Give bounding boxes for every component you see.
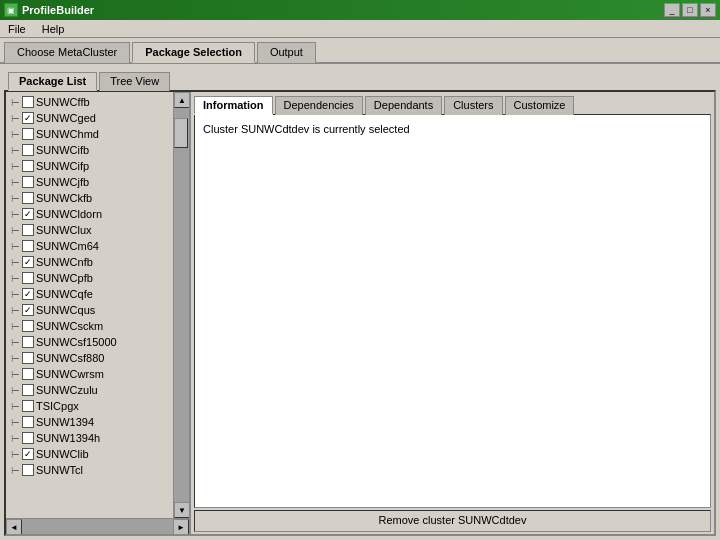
package-label: SUNWCzulu: [36, 384, 98, 396]
scroll-right-button[interactable]: ►: [173, 519, 189, 535]
list-item[interactable]: ⊢✓SUNWClib: [6, 446, 173, 462]
package-checkbox[interactable]: [22, 176, 34, 188]
info-text: Cluster SUNWCdtdev is currently selected: [203, 123, 410, 135]
package-checkbox[interactable]: [22, 128, 34, 140]
tab-package-selection[interactable]: Package Selection: [132, 42, 255, 63]
package-checkbox[interactable]: [22, 224, 34, 236]
scroll-left-button[interactable]: ◄: [6, 519, 22, 535]
tab-dependants[interactable]: Dependants: [365, 96, 442, 115]
list-item[interactable]: ⊢SUNW1394: [6, 414, 173, 430]
list-item[interactable]: ⊢SUNWCjfb: [6, 174, 173, 190]
tab-information[interactable]: Information: [194, 96, 273, 115]
title-bar-left: ▣ ProfileBuilder: [4, 3, 94, 17]
list-item[interactable]: ⊢✓SUNWCnfb: [6, 254, 173, 270]
package-checkbox[interactable]: [22, 464, 34, 476]
package-label: SUNW1394: [36, 416, 94, 428]
tab-output[interactable]: Output: [257, 42, 316, 63]
package-checkbox[interactable]: ✓: [22, 448, 34, 460]
package-checkbox[interactable]: [22, 432, 34, 444]
tab-package-list[interactable]: Package List: [8, 72, 97, 91]
menu-file[interactable]: File: [4, 23, 30, 35]
split-pane: ⊢SUNWCffb⊢✓SUNWCged⊢SUNWChmd⊢SUNWCifb⊢SU…: [4, 90, 716, 536]
tree-connector-icon: ⊢: [8, 94, 22, 110]
package-label: SUNWCwrsm: [36, 368, 104, 380]
tab-tree-view[interactable]: Tree View: [99, 72, 170, 91]
package-checkbox[interactable]: [22, 416, 34, 428]
list-item[interactable]: ⊢SUNWCsf880: [6, 350, 173, 366]
left-scrollbar-horizontal[interactable]: ◄ ►: [6, 518, 189, 534]
package-label: SUNWCjfb: [36, 176, 89, 188]
scroll-down-button[interactable]: ▼: [174, 502, 189, 518]
list-item[interactable]: ⊢✓SUNWCqus: [6, 302, 173, 318]
menu-help[interactable]: Help: [38, 23, 69, 35]
list-item[interactable]: ⊢SUNW1394h: [6, 430, 173, 446]
package-checkbox[interactable]: [22, 320, 34, 332]
package-list[interactable]: ⊢SUNWCffb⊢✓SUNWCged⊢SUNWChmd⊢SUNWCifb⊢SU…: [6, 92, 173, 518]
tree-connector-icon: ⊢: [8, 286, 22, 302]
h-scroll-track[interactable]: [22, 519, 173, 534]
tree-connector-icon: ⊢: [8, 302, 22, 318]
package-label: SUNWCifb: [36, 144, 89, 156]
package-checkbox[interactable]: ✓: [22, 208, 34, 220]
tab-clusters[interactable]: Clusters: [444, 96, 502, 115]
list-item[interactable]: ⊢SUNWCzulu: [6, 382, 173, 398]
scroll-thumb[interactable]: [174, 118, 188, 148]
list-item[interactable]: ⊢SUNWChmd: [6, 126, 173, 142]
tree-connector-icon: ⊢: [8, 126, 22, 142]
maximize-button[interactable]: □: [682, 3, 698, 17]
package-checkbox[interactable]: [22, 336, 34, 348]
package-label: SUNWCsf880: [36, 352, 104, 364]
list-item[interactable]: ⊢SUNWCsckm: [6, 318, 173, 334]
package-label: SUNWCffb: [36, 96, 90, 108]
package-label: SUNWCsf15000: [36, 336, 117, 348]
package-checkbox[interactable]: [22, 240, 34, 252]
package-checkbox[interactable]: [22, 400, 34, 412]
list-item[interactable]: ⊢SUNWCwrsm: [6, 366, 173, 382]
list-item[interactable]: ⊢SUNWCifp: [6, 158, 173, 174]
package-checkbox[interactable]: ✓: [22, 304, 34, 316]
tree-connector-icon: ⊢: [8, 318, 22, 334]
right-panel: Information Dependencies Dependants Clus…: [191, 92, 714, 534]
package-checkbox[interactable]: ✓: [22, 288, 34, 300]
minimize-button[interactable]: _: [664, 3, 680, 17]
list-item[interactable]: ⊢✓SUNWCldorn: [6, 206, 173, 222]
package-checkbox[interactable]: ✓: [22, 112, 34, 124]
list-item[interactable]: ⊢SUNWClux: [6, 222, 173, 238]
tab-customize[interactable]: Customize: [505, 96, 575, 115]
list-item[interactable]: ⊢✓SUNWCqfe: [6, 286, 173, 302]
list-item[interactable]: ⊢✓SUNWCged: [6, 110, 173, 126]
list-item[interactable]: ⊢TSICpgx: [6, 398, 173, 414]
package-label: TSICpgx: [36, 400, 79, 412]
package-label: SUNWCqfe: [36, 288, 93, 300]
scroll-up-button[interactable]: ▲: [174, 92, 189, 108]
package-checkbox[interactable]: [22, 96, 34, 108]
status-bar: Remove cluster SUNWCdtdev: [194, 510, 711, 532]
package-checkbox[interactable]: [22, 160, 34, 172]
package-checkbox[interactable]: [22, 144, 34, 156]
list-item[interactable]: ⊢SUNWCpfb: [6, 270, 173, 286]
tree-connector-icon: ⊢: [8, 142, 22, 158]
list-item[interactable]: ⊢SUNWCffb: [6, 94, 173, 110]
package-label: SUNWClib: [36, 448, 89, 460]
list-item[interactable]: ⊢SUNWTcl: [6, 462, 173, 478]
package-checkbox[interactable]: [22, 192, 34, 204]
package-checkbox[interactable]: ✓: [22, 256, 34, 268]
list-item[interactable]: ⊢SUNWCkfb: [6, 190, 173, 206]
list-item[interactable]: ⊢SUNWCsf15000: [6, 334, 173, 350]
scroll-track[interactable]: [174, 108, 189, 502]
package-checkbox[interactable]: [22, 272, 34, 284]
close-button[interactable]: ×: [700, 3, 716, 17]
package-checkbox[interactable]: [22, 368, 34, 380]
list-item[interactable]: ⊢SUNWCm64: [6, 238, 173, 254]
package-checkbox[interactable]: [22, 384, 34, 396]
tree-connector-icon: ⊢: [8, 206, 22, 222]
package-label: SUNWCsckm: [36, 320, 103, 332]
package-label: SUNWTcl: [36, 464, 83, 476]
left-scrollbar-vertical[interactable]: ▲ ▼: [173, 92, 189, 518]
tab-choose-metacluster[interactable]: Choose MetaCluster: [4, 42, 130, 63]
package-label: SUNWCkfb: [36, 192, 92, 204]
tab-dependencies[interactable]: Dependencies: [275, 96, 363, 115]
package-label: SUNWCifp: [36, 160, 89, 172]
list-item[interactable]: ⊢SUNWCifb: [6, 142, 173, 158]
package-checkbox[interactable]: [22, 352, 34, 364]
